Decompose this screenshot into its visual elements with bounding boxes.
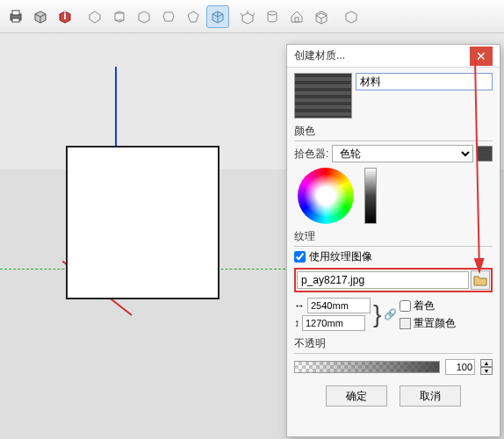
svg-rect-1 <box>12 11 19 15</box>
color-section-label: 颜色 <box>294 124 493 141</box>
ok-button[interactable]: 确定 <box>326 385 387 407</box>
texture-height-input[interactable] <box>302 315 365 331</box>
tool-shape1-icon[interactable] <box>83 5 106 28</box>
cancel-button[interactable]: 取消 <box>400 385 461 407</box>
texture-file-input[interactable] <box>297 271 469 289</box>
use-texture-label: 使用纹理图像 <box>309 249 372 264</box>
tool-info-icon[interactable]: i <box>54 5 76 28</box>
tool-chest-icon[interactable] <box>310 5 333 28</box>
close-icon[interactable]: ✕ <box>470 47 493 66</box>
opacity-input[interactable] <box>445 359 475 375</box>
width-icon: ↔ <box>294 299 305 312</box>
create-material-dialog: 创建材质... ✕ 颜色 拾色器: 色轮 纹理 <box>286 44 500 437</box>
model-face[interactable] <box>66 146 220 299</box>
tool-print-icon[interactable] <box>4 5 27 28</box>
reset-color-icon[interactable] <box>400 318 411 329</box>
dialog-titlebar[interactable]: 创建材质... ✕ <box>287 45 500 68</box>
opacity-section-label: 不透明 <box>294 336 493 354</box>
texture-section-label: 纹理 <box>294 229 493 247</box>
texture-width-input[interactable] <box>307 298 371 313</box>
tool-shape5-icon[interactable] <box>182 5 205 28</box>
opacity-spinner[interactable]: ▲▼ <box>480 359 493 375</box>
tool-shape3-icon[interactable] <box>133 5 155 28</box>
colorize-checkbox[interactable] <box>400 300 411 312</box>
dialog-title-text: 创建材质... <box>294 48 470 63</box>
svg-point-4 <box>268 11 277 15</box>
picker-select[interactable]: 色轮 <box>332 145 473 162</box>
tool-cylinder-icon[interactable] <box>261 5 284 28</box>
height-icon: ↕ <box>294 317 299 329</box>
tool-shade-icon[interactable] <box>206 5 229 28</box>
color-swatch-icon[interactable] <box>477 146 493 162</box>
browse-file-icon[interactable] <box>471 270 490 290</box>
brace-icon: } <box>373 305 381 324</box>
svg-rect-5 <box>295 18 299 22</box>
opacity-slider[interactable] <box>294 361 440 373</box>
tool-house-icon[interactable] <box>285 5 308 28</box>
tool-shape4-icon[interactable] <box>157 5 180 28</box>
brightness-slider[interactable] <box>364 168 377 224</box>
axis-blue <box>115 67 117 146</box>
tool-openbox-icon[interactable] <box>236 5 259 28</box>
svg-rect-2 <box>12 18 19 22</box>
tool-cube-icon[interactable] <box>340 5 363 28</box>
tool-shape2-icon[interactable] <box>108 5 131 28</box>
reset-color-label: 重置颜色 <box>414 316 456 331</box>
main-toolbar: i <box>0 0 504 33</box>
svg-text:i: i <box>63 10 66 22</box>
material-name-input[interactable] <box>356 73 493 90</box>
color-wheel[interactable] <box>298 168 354 224</box>
picker-label: 拾色器: <box>294 147 328 162</box>
tool-box-icon[interactable] <box>29 5 52 28</box>
material-preview <box>294 73 352 119</box>
link-aspect-icon[interactable]: 🔗 <box>384 308 397 320</box>
use-texture-checkbox[interactable] <box>294 251 306 263</box>
colorize-label: 着色 <box>414 299 435 313</box>
